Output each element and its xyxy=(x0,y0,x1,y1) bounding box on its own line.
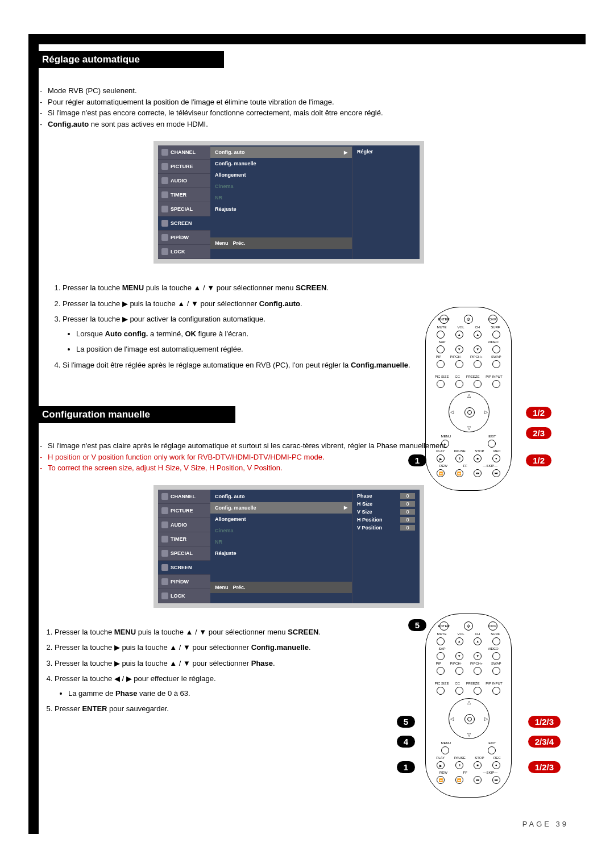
osd-side-item: PICTURE xyxy=(171,164,193,169)
section2-header: Configuration manuelle xyxy=(40,406,580,423)
osd-side-item: SPECIAL xyxy=(171,206,193,212)
section1-notes: Mode RVB (PC) seulenent. Pour régler aut… xyxy=(40,85,580,130)
osd-right-label: Régler xyxy=(355,148,417,156)
power-button: ⏻ xyxy=(464,315,473,324)
step: Presser la touche ▶ puis la touche ▲ / ▼… xyxy=(63,298,580,310)
callout-234: 2/3/4 xyxy=(528,736,561,748)
osd-row: Config. auto xyxy=(215,149,245,155)
note: H position or V position function only w… xyxy=(40,452,580,463)
osd-side-item: SCREEN xyxy=(171,220,192,226)
osd-row: Allongement xyxy=(215,172,246,178)
note: Mode RVB (PC) seulenent. xyxy=(40,85,580,97)
callout-4: 4 xyxy=(397,736,415,748)
section2-title: Configuration manuelle xyxy=(34,406,235,423)
note: Si l'image n'est pas claire après le rég… xyxy=(40,440,580,452)
callout-23: 2/3 xyxy=(526,427,551,439)
section1-header: Réglage automatique xyxy=(40,51,580,68)
note: Config.auto ne sont pas actives en mode … xyxy=(40,119,580,130)
osd-row: Cinema xyxy=(215,183,234,189)
note: To correct the screen size, adjust H Siz… xyxy=(40,462,580,474)
note: Pour régler automatiquement la position … xyxy=(40,97,580,108)
osd-side-item: LOCK xyxy=(171,249,185,254)
step: Presser la touche MENU puis la touche ▲ … xyxy=(63,282,580,294)
osd-menu-2: CHANNEL PICTURE AUDIO TIMER SPECIAL SCRE… xyxy=(154,485,424,608)
callout-5b: 5 xyxy=(397,716,415,728)
callout-1b: 1 xyxy=(397,761,415,773)
remote-diagram-2: ENTER⏻DVR MUTEVOLCHSURF ▲▲ SAPVIDEO ▼▼ P… xyxy=(425,614,512,798)
osd-side-item: AUDIO xyxy=(171,178,187,183)
osd-side-item: PIP/DW xyxy=(171,235,189,240)
osd-row: NR xyxy=(215,195,222,201)
osd-menu-1: CHANNEL PICTURE AUDIO TIMER SPECIAL SCRE… xyxy=(154,141,424,264)
page-number: PAGE 39 xyxy=(522,820,569,828)
section1-title: Réglage automatique xyxy=(34,51,224,68)
note: Si l'image n'est pas encore correcte, le… xyxy=(40,107,580,119)
osd-row: Config. manuelle xyxy=(215,161,256,166)
callout-5: 5 xyxy=(408,619,426,631)
callout-123b: 1/2/3 xyxy=(528,761,561,773)
osd-side-item: CHANNEL xyxy=(171,149,196,155)
osd-side-item: TIMER xyxy=(171,192,186,198)
osd-row: Réajuste xyxy=(215,206,237,212)
dvr-button: DVR xyxy=(488,315,497,324)
enter-button: ENTER xyxy=(439,315,449,324)
callout-123: 1/2/3 xyxy=(528,716,561,728)
section2-notes: Si l'image n'est pas claire après le rég… xyxy=(40,440,580,474)
